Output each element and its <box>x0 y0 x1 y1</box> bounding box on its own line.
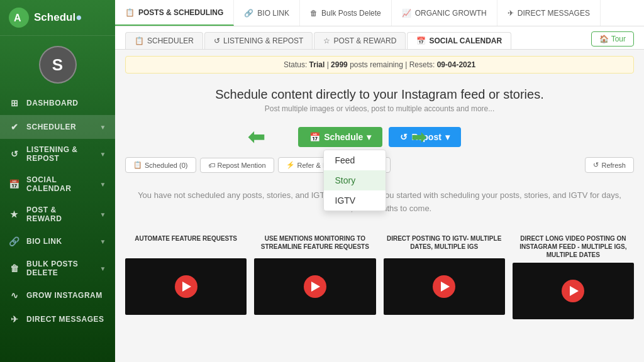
subtab-post-reward[interactable]: ☆ POST & REWARD <box>314 32 406 49</box>
schedule-button[interactable]: 📅 Schedule ▾ <box>298 127 382 147</box>
bulk-tab-icon: 🗑 <box>310 9 318 18</box>
play-button-igtv[interactable] <box>433 275 455 298</box>
schedule-row: 📅 Schedule ▾ ↺ Repost ▾ Feed Story IGTV … <box>125 127 634 147</box>
repost-icon: ↺ <box>400 132 408 142</box>
status-bar: Status: Trial | 2999 posts remaining | R… <box>125 56 634 74</box>
tour-icon: 🏠 <box>599 35 609 43</box>
avatar: S <box>39 46 77 84</box>
status-label: Status: <box>284 60 307 69</box>
sub-tab-bar: 📋 SCHEDULER ↺ LISTENING & REPOST ☆ POST … <box>115 26 644 50</box>
chevron-icon-2: ▼ <box>100 151 106 158</box>
video-cards-row: AUTOMATE FEATURE REQUESTS USE MENTIONS M… <box>125 228 634 326</box>
play-icon-mentions <box>311 282 320 292</box>
tab-direct[interactable]: ✈ DIRECT MESSAGES <box>497 0 601 26</box>
chevron-icon-5: ▼ <box>100 238 106 245</box>
direct-tab-icon: ✈ <box>508 9 514 18</box>
subtab-scheduler-label: SCHEDULER <box>147 36 194 45</box>
dropdown-igtv[interactable]: IGTV <box>324 190 386 211</box>
tab-bulk-delete[interactable]: 🗑 Bulk Posts Delete <box>300 0 392 26</box>
sidebar-item-grow[interactable]: ∿ GROW INSTAGRAM <box>0 283 115 307</box>
schedule-icon: 📅 <box>309 132 320 142</box>
sidebar-label-listening: LISTENING & REPOST <box>26 145 94 163</box>
direct-icon: ✈ <box>9 314 20 325</box>
reward-icon: ★ <box>9 209 20 220</box>
schedule-label: Schedule <box>324 132 363 142</box>
dropdown-story[interactable]: Story <box>324 170 386 190</box>
tab-direct-label: DIRECT MESSAGES <box>518 9 590 18</box>
hero-title: Schedule content directly to your Instag… <box>125 87 634 102</box>
subtab-listening-icon: ↺ <box>214 36 220 45</box>
hero-subtitle: Post multiple images or videos, post to … <box>125 104 634 113</box>
link-icon: 🔗 <box>9 236 20 247</box>
tab-posts-scheduling[interactable]: 📋 POSTS & SCHEDULING <box>115 0 234 26</box>
tour-label: Tour <box>611 35 626 43</box>
play-icon-automate <box>182 282 191 292</box>
status-posts-count: 2999 <box>331 60 348 69</box>
subtab-scheduler[interactable]: 📋 SCHEDULER <box>125 32 203 49</box>
scheduled-label: Scheduled (0) <box>145 162 188 169</box>
subtab-scheduler-icon: 📋 <box>135 36 144 45</box>
tab-bulk-label: Bulk Posts Delete <box>321 9 381 18</box>
video-title-igtv: DIRECT POSTING TO IGTV- MULTIPLE DATES, … <box>384 234 505 255</box>
bulk-icon: 🗑 <box>9 263 20 274</box>
video-card-igtv: DIRECT POSTING TO IGTV- MULTIPLE DATES, … <box>384 234 505 319</box>
logo-text: Schedul● <box>34 11 82 24</box>
tab-bio-label: BIO LINK <box>257 9 289 18</box>
refresh-button[interactable]: ↺ Refresh <box>585 157 634 173</box>
sidebar-item-dashboard[interactable]: ⊞ DASHBOARD <box>0 91 115 115</box>
tab-organic-label: ORGANIC GROWTH <box>415 9 487 18</box>
play-button-long[interactable] <box>562 280 584 302</box>
repost-label-sec: Repost Mention <box>218 162 266 169</box>
bio-tab-icon: 🔗 <box>244 9 253 18</box>
subtab-listening[interactable]: ↺ LISTENING & REPOST <box>204 32 313 49</box>
sidebar-item-social-calendar[interactable]: 📅 SOCIAL CALENDAR ▼ <box>0 169 115 199</box>
chevron-icon: ▼ <box>100 124 106 131</box>
video-card-automate: AUTOMATE FEATURE REQUESTS <box>125 234 247 319</box>
tour-button[interactable]: 🏠 Tour <box>591 31 634 47</box>
scheduled-icon: 📋 <box>133 161 142 169</box>
sidebar-item-direct[interactable]: ✈ DIRECT MESSAGES <box>0 307 115 331</box>
chevron-icon-6: ▼ <box>100 265 106 272</box>
video-thumb-mentions[interactable] <box>254 258 375 315</box>
top-tab-bar: 📋 POSTS & SCHEDULING 🔗 BIO LINK 🗑 Bulk P… <box>115 0 644 26</box>
avatar-area: S <box>0 36 115 91</box>
video-thumb-automate[interactable] <box>125 258 247 315</box>
play-button-mentions[interactable] <box>304 275 326 298</box>
video-card-mentions: USE MENTIONS MONITORING TO STREAMLINE FE… <box>254 234 375 319</box>
sidebar-item-listening[interactable]: ↺ LISTENING & REPOST ▼ <box>0 139 115 169</box>
video-title-automate: AUTOMATE FEATURE REQUESTS <box>125 234 247 255</box>
hero-section: Schedule content directly to your Instag… <box>125 77 634 121</box>
posts-tab-icon: 📋 <box>125 8 135 17</box>
main-content: 📋 POSTS & SCHEDULING 🔗 BIO LINK 🗑 Bulk P… <box>115 0 644 362</box>
schedule-dropdown: Feed Story IGTV <box>323 150 386 211</box>
sec-tab-scheduled[interactable]: 📋 Scheduled (0) <box>125 157 196 173</box>
arrow-left-indicator: ⬅ <box>248 125 265 149</box>
status-resets-label: Resets: <box>409 60 435 69</box>
play-button-automate[interactable] <box>175 275 197 298</box>
logo-area: A Schedul● <box>0 0 115 36</box>
chevron-icon-3: ▼ <box>100 181 106 188</box>
repost-tag-icon: 🏷 <box>208 162 215 169</box>
video-thumb-igtv[interactable] <box>384 258 505 315</box>
sidebar-item-bio-link[interactable]: 🔗 BIO LINK ▼ <box>0 229 115 253</box>
sidebar-label-scheduler: SCHEDULER <box>26 123 94 131</box>
scheduler-icon: ✔ <box>9 121 20 133</box>
sidebar-item-bulk-posts[interactable]: 🗑 BULK POSTS DELETE ▼ <box>0 253 115 283</box>
tab-posts-label: POSTS & SCHEDULING <box>138 8 223 17</box>
dropdown-feed[interactable]: Feed <box>324 150 386 170</box>
subtab-social-calendar[interactable]: 📅 SOCIAL CALENDAR <box>407 32 511 49</box>
tab-bio-link[interactable]: 🔗 BIO LINK <box>234 0 300 26</box>
video-card-long: DIRECT LONG VIDEO POSTING ON INSTAGRAM F… <box>513 234 634 319</box>
status-type: Trial <box>309 60 325 69</box>
video-thumb-long[interactable] <box>513 263 634 319</box>
refer-icon: ⚡ <box>286 161 295 169</box>
status-posts-label: posts remaining <box>350 60 403 69</box>
sidebar-label-grow: GROW INSTAGRAM <box>26 291 106 300</box>
tab-organic[interactable]: 📈 ORGANIC GROWTH <box>392 0 497 26</box>
sec-tab-repost[interactable]: 🏷 Repost Mention <box>200 158 274 173</box>
sidebar-item-scheduler[interactable]: ✔ SCHEDULER ▼ <box>0 115 115 139</box>
calendar-icon: 📅 <box>9 178 20 190</box>
sidebar-label-dashboard: DASHBOARD <box>26 99 106 107</box>
sidebar-item-post-reward[interactable]: ★ POST & REWARD ▼ <box>0 199 115 229</box>
schedule-chevron: ▾ <box>367 132 371 142</box>
